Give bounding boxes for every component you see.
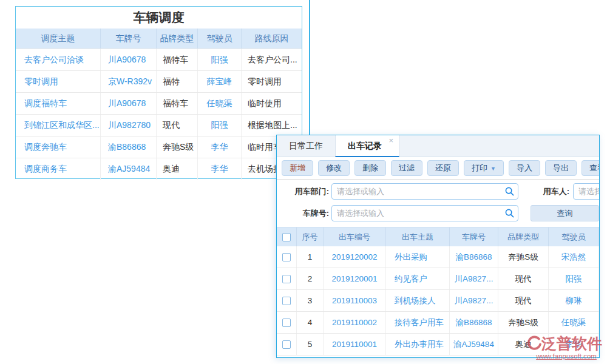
- row-checkbox[interactable]: [282, 275, 291, 283]
- code-link[interactable]: 2019110001: [324, 334, 386, 355]
- code-link[interactable]: 2019110002: [324, 312, 386, 333]
- plate-link[interactable]: 川A9827...: [450, 290, 498, 311]
- subject-link[interactable]: 约见客户: [386, 268, 450, 289]
- subject-link[interactable]: 调度奔驰车: [16, 136, 101, 158]
- subject-link[interactable]: 调度福特车: [16, 93, 101, 114]
- no-cell: 5: [297, 334, 324, 355]
- plate-input[interactable]: [331, 205, 518, 221]
- col-header-code: 出车编号: [324, 228, 386, 246]
- subject-link[interactable]: 接待客户用车: [386, 312, 450, 333]
- driver-link[interactable]: 李华: [549, 334, 599, 355]
- tab-label: 出车记录: [348, 141, 382, 150]
- select-all-checkbox[interactable]: [282, 233, 291, 241]
- plate-link[interactable]: 渝AJ59484: [450, 334, 498, 355]
- background-window-edge: [309, 0, 310, 136]
- table-row: 调度商务车 渝AJ59484 奥迪 李华 去机场接: [16, 158, 302, 180]
- plate-link[interactable]: 渝B86868: [450, 246, 498, 268]
- subject-link[interactable]: 到机场接人: [386, 290, 450, 311]
- reason-cell: 去客户公司...: [242, 49, 302, 70]
- delete-button[interactable]: 删除: [354, 160, 386, 176]
- row-checkbox[interactable]: [282, 297, 291, 305]
- restore-button[interactable]: 还原: [427, 160, 459, 176]
- tab-daily-work[interactable]: 日常工作: [277, 135, 335, 157]
- reason-cell: 根据地图上...: [242, 115, 302, 136]
- plate-link[interactable]: 川A9827...: [450, 268, 498, 289]
- close-icon[interactable]: ×: [388, 136, 393, 145]
- col-header-subject: 出车主题: [386, 228, 450, 246]
- brand-cell: 奥迪: [498, 334, 549, 355]
- subject-link[interactable]: 外出办事用车: [386, 334, 450, 355]
- vehicle-record-window: 日常工作 出车记录 × 新增 修改 删除 过滤 还原 打印▼ 导入 导出 查看日…: [276, 135, 600, 358]
- code-link[interactable]: 2019120002: [324, 246, 386, 268]
- search-icon[interactable]: [505, 187, 514, 196]
- no-cell: 4: [297, 312, 324, 333]
- col-header-reason: 路线原因: [242, 29, 302, 49]
- brand-cell: 现代: [498, 290, 549, 311]
- plate-link[interactable]: 渝B86868: [450, 312, 498, 333]
- code-link[interactable]: 2019120001: [324, 268, 386, 289]
- plate-link[interactable]: 渝B86868: [101, 136, 157, 158]
- export-button[interactable]: 导出: [545, 160, 577, 176]
- view-log-button[interactable]: 查看日志: [582, 160, 600, 176]
- driver-link[interactable]: 宋浩然: [549, 246, 599, 268]
- tab-dispatch-record[interactable]: 出车记录 ×: [335, 135, 399, 157]
- query-button[interactable]: 查询: [531, 205, 599, 221]
- add-button[interactable]: 新增: [282, 160, 313, 176]
- search-filters: 用车部门: 用车人: 车牌号: 查询: [277, 180, 599, 227]
- modify-button[interactable]: 修改: [318, 160, 350, 176]
- subject-link[interactable]: 外出采购: [386, 246, 450, 268]
- subject-link[interactable]: 去客户公司洽谈: [16, 49, 101, 70]
- plate-input-wrap: [331, 205, 518, 221]
- driver-link[interactable]: 任晓渠: [198, 93, 242, 114]
- driver-link[interactable]: 任晓渠: [549, 312, 599, 333]
- driver-link[interactable]: 阳强: [198, 115, 242, 136]
- brand-cell: 奔驰S级: [498, 246, 549, 268]
- col-header-subject: 调度主题: [16, 29, 101, 49]
- subject-link[interactable]: 调度商务车: [16, 158, 101, 180]
- dispatch-table-header: 调度主题 车牌号 品牌类型 驾驶员 路线原因: [16, 29, 302, 49]
- import-button[interactable]: 导入: [509, 160, 540, 176]
- driver-link[interactable]: 阳强: [549, 268, 599, 289]
- driver-link[interactable]: 薛宝峰: [198, 71, 242, 92]
- desktop: 车辆调度 调度主题 车牌号 品牌类型 驾驶员 路线原因 去客户公司洽谈 川A90…: [0, 0, 607, 364]
- toolbar: 新增 修改 删除 过滤 还原 打印▼ 导入 导出 查看日志: [277, 157, 599, 180]
- subject-link[interactable]: 零时调用: [16, 71, 101, 92]
- code-link[interactable]: 2019110003: [324, 290, 386, 311]
- search-icon[interactable]: [505, 209, 514, 218]
- driver-link[interactable]: 阳强: [198, 49, 242, 70]
- table-row: 5 2019110001 外出办事用车 渝AJ59484 奥迪 李华: [277, 334, 599, 356]
- plate-link[interactable]: 京W-R392v: [101, 71, 157, 92]
- subject-link[interactable]: 到锦江区和成华区...: [16, 115, 101, 136]
- print-button[interactable]: 打印▼: [464, 160, 504, 176]
- brand-cell: 福特: [157, 71, 198, 92]
- table-row: 4 2019110002 接待客户用车 渝B86868 奔驰S级 任晓渠: [277, 312, 599, 334]
- checkbox-cell: [277, 334, 297, 355]
- checkbox-cell: [277, 246, 297, 268]
- user-input[interactable]: [573, 183, 600, 200]
- user-input-wrap: [573, 183, 600, 200]
- row-checkbox[interactable]: [282, 318, 291, 327]
- driver-link[interactable]: 柳琳: [549, 290, 599, 311]
- caret-down-icon: ▼: [490, 166, 496, 172]
- col-header-driver: 驾驶员: [549, 228, 599, 246]
- table-row: 去客户公司洽谈 川A90678 福特车 阳强 去客户公司...: [16, 49, 302, 70]
- print-label: 打印: [472, 163, 487, 172]
- brand-cell: 奔驰S级: [498, 312, 549, 333]
- driver-link[interactable]: 李华: [198, 136, 242, 158]
- filter-button[interactable]: 过滤: [391, 160, 422, 176]
- plate-link[interactable]: 川A90678: [101, 93, 157, 114]
- checkbox-cell: [277, 268, 297, 289]
- row-checkbox[interactable]: [282, 253, 291, 261]
- brand-cell: 福特车: [157, 49, 198, 70]
- row-checkbox[interactable]: [282, 340, 291, 349]
- plate-link[interactable]: 渝AJ59484: [101, 158, 157, 180]
- col-header-brand: 品牌类型: [498, 228, 549, 246]
- record-grid-header: 序号 出车编号 出车主题 车牌号 品牌类型 驾驶员: [277, 227, 599, 246]
- table-row: 1 2019120002 外出采购 渝B86868 奔驰S级 宋浩然: [277, 246, 599, 268]
- brand-cell: 奥迪: [157, 158, 198, 180]
- plate-link[interactable]: 川A90678: [101, 49, 157, 70]
- dept-input[interactable]: [331, 183, 518, 200]
- no-cell: 3: [297, 290, 324, 311]
- driver-link[interactable]: 李华: [198, 158, 242, 180]
- plate-link[interactable]: 川A982780: [101, 115, 157, 136]
